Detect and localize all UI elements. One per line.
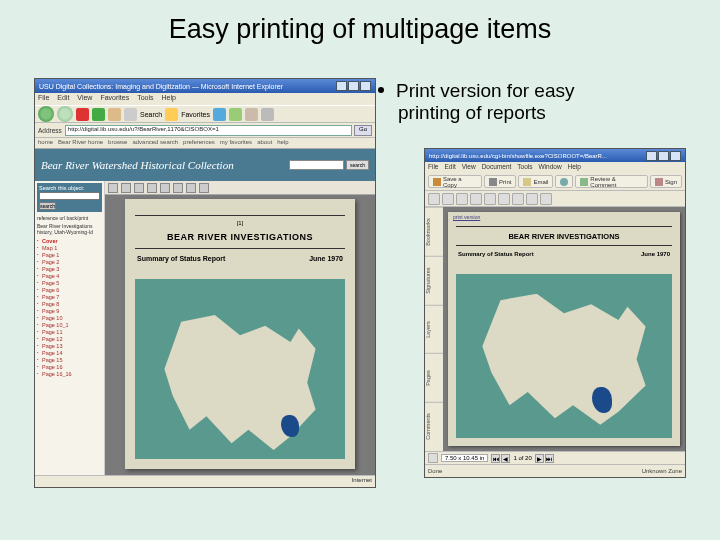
first-page-icon[interactable]: ⏮ bbox=[491, 454, 500, 463]
nav-link[interactable]: help bbox=[277, 139, 288, 147]
close-button[interactable] bbox=[670, 151, 681, 161]
page-link[interactable]: Page 16 bbox=[37, 363, 102, 370]
pan-icon[interactable] bbox=[147, 183, 157, 193]
object-search-button[interactable]: search bbox=[39, 202, 56, 210]
page-link[interactable]: Page 7 bbox=[37, 293, 102, 300]
menu-edit[interactable]: Edit bbox=[444, 163, 455, 172]
tab-layers[interactable]: Layers bbox=[425, 305, 443, 354]
nav-link[interactable]: my favorites bbox=[220, 139, 252, 147]
page-link[interactable]: Page 12 bbox=[37, 335, 102, 342]
page-link[interactable]: Page 3 bbox=[37, 265, 102, 272]
select-tool-icon[interactable] bbox=[442, 193, 454, 205]
zoom-out-icon[interactable] bbox=[108, 183, 118, 193]
tab-pages[interactable]: Pages bbox=[425, 353, 443, 402]
favorites-icon[interactable] bbox=[165, 108, 178, 121]
page-link[interactable]: Page 6 bbox=[37, 286, 102, 293]
maximize-button[interactable] bbox=[658, 151, 669, 161]
download-icon[interactable] bbox=[199, 183, 209, 193]
zoom-level-icon[interactable] bbox=[484, 193, 496, 205]
nav-link[interactable]: browse bbox=[108, 139, 127, 147]
toolbar-search-label[interactable]: Search bbox=[140, 111, 162, 118]
object-search-input[interactable] bbox=[39, 192, 100, 200]
menu-favorites[interactable]: Favorites bbox=[100, 94, 129, 104]
sidebar-tabs[interactable]: reference url back/print bbox=[37, 215, 102, 221]
page-link[interactable]: Page 14 bbox=[37, 349, 102, 356]
last-page-icon[interactable]: ⏭ bbox=[545, 454, 554, 463]
print-button[interactable]: Print bbox=[484, 175, 516, 188]
review-comment-button[interactable]: Review & Comment bbox=[575, 175, 648, 188]
menu-edit[interactable]: Edit bbox=[57, 94, 69, 104]
fit-width-icon[interactable] bbox=[160, 183, 170, 193]
page-link-cover[interactable]: Cover bbox=[37, 237, 102, 244]
menu-file[interactable]: File bbox=[428, 163, 438, 172]
page-link[interactable]: Page 5 bbox=[37, 279, 102, 286]
menu-tools[interactable]: Tools bbox=[137, 94, 153, 104]
page-link[interactable]: Page 2 bbox=[37, 258, 102, 265]
banner-search-input[interactable] bbox=[289, 160, 344, 170]
home-icon[interactable] bbox=[108, 108, 121, 121]
document-page[interactable]: [1] BEAR RIVER INVESTIGATIONS Summary of… bbox=[125, 199, 355, 469]
sign-button[interactable]: Sign bbox=[650, 175, 682, 188]
nav-link[interactable]: preferences bbox=[183, 139, 215, 147]
zoom-tool-icon[interactable] bbox=[470, 193, 482, 205]
menu-view[interactable]: View bbox=[77, 94, 92, 104]
go-button[interactable]: Go bbox=[354, 125, 372, 136]
hand-tool-icon[interactable] bbox=[428, 193, 440, 205]
page-link[interactable]: Page 16_16 bbox=[37, 370, 102, 377]
rotate-icon[interactable] bbox=[134, 183, 144, 193]
page-link[interactable]: Page 11 bbox=[37, 328, 102, 335]
menu-document[interactable]: Document bbox=[482, 163, 512, 172]
tab-signatures[interactable]: Signatures bbox=[425, 256, 443, 305]
stop-icon[interactable] bbox=[76, 108, 89, 121]
minimize-button[interactable] bbox=[646, 151, 657, 161]
url-input[interactable]: http://digital.lib.usu.edu/u?/BearRiver,… bbox=[65, 125, 352, 136]
page-size-icon[interactable] bbox=[428, 453, 438, 463]
page-link[interactable]: Page 10_1 bbox=[37, 321, 102, 328]
help-icon[interactable] bbox=[540, 193, 552, 205]
mail-icon[interactable] bbox=[245, 108, 258, 121]
search-button[interactable] bbox=[555, 175, 573, 188]
close-button[interactable] bbox=[360, 81, 371, 91]
next-page-icon[interactable]: ▶ bbox=[535, 454, 544, 463]
page-link[interactable]: Page 1 bbox=[37, 251, 102, 258]
save-copy-button[interactable]: Save a Copy bbox=[428, 175, 482, 188]
page-link[interactable]: Page 4 bbox=[37, 272, 102, 279]
page-link[interactable]: Page 13 bbox=[37, 342, 102, 349]
back-button[interactable] bbox=[38, 106, 54, 122]
menu-file[interactable]: File bbox=[38, 94, 49, 104]
maximize-button[interactable] bbox=[348, 81, 359, 91]
page-link[interactable]: Page 15 bbox=[37, 356, 102, 363]
nav-link[interactable]: about bbox=[257, 139, 272, 147]
menu-view[interactable]: View bbox=[462, 163, 476, 172]
banner-search-button[interactable]: search bbox=[346, 160, 369, 170]
page-link[interactable]: Map 1 bbox=[37, 244, 102, 251]
search-icon[interactable] bbox=[124, 108, 137, 121]
media-icon[interactable] bbox=[213, 108, 226, 121]
prev-page-icon[interactable]: ◀ bbox=[501, 454, 510, 463]
fit-width-icon[interactable] bbox=[512, 193, 524, 205]
nav-link[interactable]: advanced search bbox=[132, 139, 178, 147]
fullscreen-icon[interactable] bbox=[186, 183, 196, 193]
menu-help[interactable]: Help bbox=[162, 94, 176, 104]
nav-link[interactable]: Bear River home bbox=[58, 139, 103, 147]
zoom-in-icon[interactable] bbox=[121, 183, 131, 193]
fit-page-icon[interactable] bbox=[498, 193, 510, 205]
refresh-icon[interactable] bbox=[92, 108, 105, 121]
minimize-button[interactable] bbox=[336, 81, 347, 91]
page-link[interactable]: Page 10 bbox=[37, 314, 102, 321]
fit-page-icon[interactable] bbox=[173, 183, 183, 193]
toolbar-fav-label[interactable]: Favorites bbox=[181, 111, 210, 118]
print-icon[interactable] bbox=[261, 108, 274, 121]
acrobat-page-area[interactable]: print version BEAR RIVER INVESTIGATIONS … bbox=[443, 207, 685, 451]
tab-bookmarks[interactable]: Bookmarks bbox=[425, 207, 443, 256]
page-link[interactable]: Page 8 bbox=[37, 300, 102, 307]
menu-window[interactable]: Window bbox=[538, 163, 561, 172]
snapshot-icon[interactable] bbox=[456, 193, 468, 205]
menu-tools[interactable]: Tools bbox=[517, 163, 532, 172]
email-button[interactable]: Email bbox=[518, 175, 553, 188]
menu-help[interactable]: Help bbox=[568, 163, 581, 172]
forward-button[interactable] bbox=[57, 106, 73, 122]
page-link[interactable]: Page 9 bbox=[37, 307, 102, 314]
print-version-link[interactable]: print version bbox=[448, 212, 680, 222]
rotate-icon[interactable] bbox=[526, 193, 538, 205]
